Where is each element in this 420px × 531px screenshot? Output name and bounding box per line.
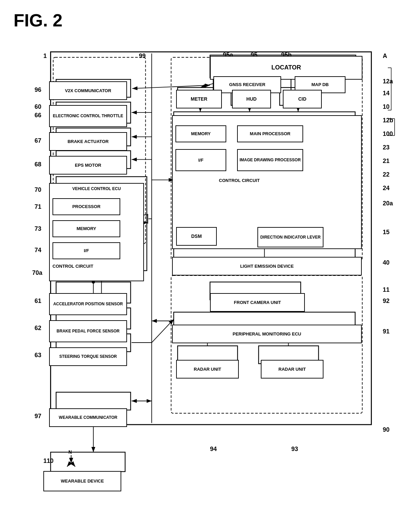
- radar-unit-2-box: RADAR UNIT: [261, 360, 323, 379]
- ref-63: 63: [35, 352, 41, 359]
- ref-60: 60: [35, 103, 41, 110]
- radar-unit-1-box: RADAR UNIT: [176, 360, 239, 379]
- ref-67: 67: [35, 137, 41, 144]
- peripheral-monitoring-ecu-box: PERIPHERAL MONITORING ECU: [172, 325, 362, 343]
- accel-sensor-box: ACCELERATOR POSITION SENSOR: [49, 293, 127, 315]
- ref-99: 99: [139, 53, 146, 60]
- ref-61: 61: [35, 298, 41, 305]
- cid-box: CID: [283, 90, 322, 108]
- ref-71: 71: [35, 203, 41, 210]
- image-drawing-processor-box: IMAGE DRAWING PROCESSOR: [237, 149, 303, 171]
- control-circuit-hcu-label: CONTROL CIRCUIT: [175, 178, 303, 183]
- direction-indicator-lever-box: DIRECTION INDICATOR LEVER: [257, 227, 323, 247]
- ref-70: 70: [35, 186, 41, 193]
- wearable-comm-box: WEARABLE COMMUNICATOR: [49, 408, 127, 427]
- ref-94: 94: [210, 446, 217, 453]
- ref-93: 93: [291, 446, 298, 453]
- meter-box: METER: [176, 90, 222, 108]
- svg-text:N: N: [68, 449, 72, 455]
- svg-line-79: [72, 463, 75, 467]
- fig-title: FIG. 2: [14, 10, 406, 30]
- ref-66: 66: [35, 112, 41, 119]
- dsm-box: DSM: [176, 227, 217, 246]
- memory-vce-box: MEMORY: [52, 220, 120, 237]
- svg-line-41: [132, 85, 210, 89]
- brake-actuator-box: BRAKE ACTUATOR: [49, 132, 127, 151]
- iff-hcu-box: I/F: [175, 149, 226, 171]
- ref-1: 1: [43, 53, 47, 60]
- ref-73: 73: [35, 225, 41, 232]
- ect-box: ELECTRONIC CONTROL THROTTLE: [49, 105, 127, 127]
- svg-rect-23: [56, 392, 131, 410]
- ref-110-label: 110: [43, 457, 54, 465]
- ref-68: 68: [35, 161, 41, 168]
- svg-line-58: [152, 319, 174, 343]
- front-camera-unit-box: FRONT CAMERA UNIT: [210, 293, 305, 312]
- ref-70a: 70a: [32, 269, 42, 277]
- ref-96: 96: [35, 86, 41, 94]
- ref-97: 97: [35, 413, 41, 420]
- ref-74: 74: [35, 247, 41, 254]
- processor-box: PROCESSOR: [52, 198, 120, 215]
- svg-line-78: [67, 463, 70, 467]
- diagram-container: 1 99 95a 95 95b A 12a 14 10 12b 96 60 66…: [14, 37, 406, 485]
- brake-sensor-box: BRAKE PEDAL FORCE SENSOR: [49, 320, 127, 342]
- light-emission-device-box: LIGHT EMISSION DEVICE: [172, 257, 362, 275]
- ref-62: 62: [35, 325, 41, 332]
- page: FIG. 2: [0, 0, 420, 531]
- wearable-device-box: WEARABLE DEVICE: [43, 471, 121, 491]
- compass-symbol: N: [61, 449, 81, 471]
- hud-box: HUD: [232, 90, 271, 108]
- control-circuit-vce-label: CONTROL CIRCUIT: [52, 264, 93, 269]
- memory-hcu-box: MEMORY: [175, 125, 226, 142]
- v2x-box: V2X COMMUNICATOR: [49, 81, 127, 100]
- main-processor-box: MAIN PROCESSOR: [237, 125, 303, 142]
- steering-sensor-box: STEERING TORQUE SENSOR: [49, 347, 127, 366]
- iff-vce-box: I/F: [52, 242, 120, 259]
- eps-motor-box: EPS MOTOR: [49, 156, 127, 175]
